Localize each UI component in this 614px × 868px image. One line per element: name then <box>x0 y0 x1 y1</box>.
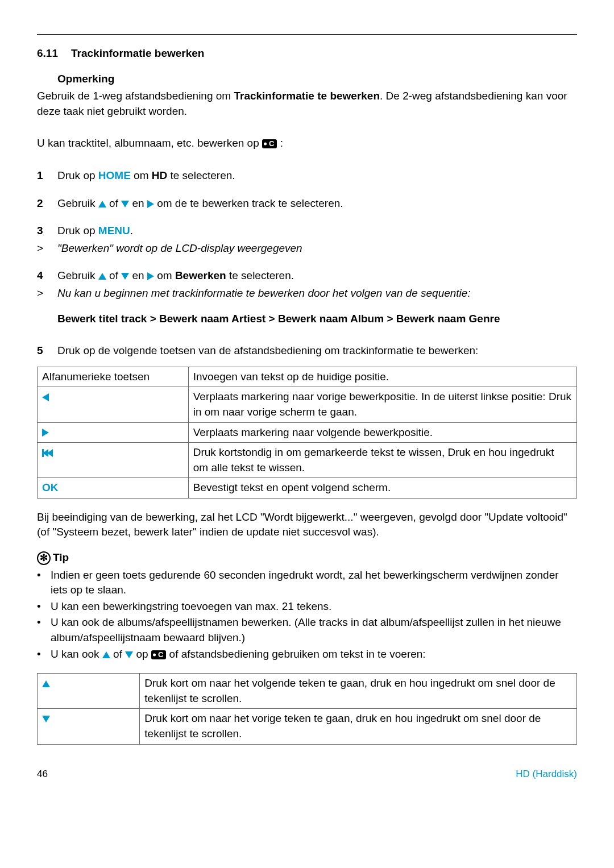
up-arrow-icon <box>102 651 110 658</box>
tip-heading: ✻Tip <box>37 550 577 566</box>
tips-list: •Indien er geen toets gedurende 60 secon… <box>37 568 577 662</box>
up-arrow-icon <box>42 680 50 687</box>
step-4-of: of <box>106 269 121 281</box>
step-4-en: en <box>129 269 147 281</box>
step-4: 4 Gebruik of en om Bewerken te selectere… <box>37 268 577 284</box>
page-number: 46 <box>37 767 48 781</box>
intro-colon: : <box>280 137 283 149</box>
table-1-r2c1 <box>38 387 189 422</box>
list-item: •Indien er geen toets gedurende 60 secon… <box>37 568 577 598</box>
top-rule <box>37 34 577 35</box>
right-arrow-icon <box>42 429 49 437</box>
char-entry-table: Druk kort om naar het volgende teken te … <box>37 673 577 744</box>
section-heading: 6.11Trackinformatie bewerken <box>37 46 577 61</box>
tip-4-op: op <box>133 648 151 660</box>
bewerken-bold: Bewerken <box>175 269 226 281</box>
step-2-post: om de te bewerken track te selecteren. <box>154 197 343 209</box>
section-number: 6.11 <box>37 46 71 61</box>
step-4-pre: Gebruik <box>57 269 98 281</box>
table-1-r3c2: Verplaats markering naar volgende bewerk… <box>188 422 576 443</box>
up-arrow-icon <box>98 201 106 207</box>
center-badge-icon: C <box>151 650 166 659</box>
editing-keys-table: Alfanumerieke toetsen Invoegen van tekst… <box>37 367 577 499</box>
down-arrow-icon <box>121 201 129 207</box>
step-1-post: te selecteren. <box>167 169 235 181</box>
step-2: 2 Gebruik of en om de te bewerken track … <box>37 196 577 211</box>
intro-text: U kan tracktitel, albumnaam, etc. bewerk… <box>37 137 262 149</box>
step-4-post: te selecteren. <box>226 269 294 281</box>
tip-icon: ✻ <box>37 551 51 565</box>
step-4-text: Gebruik of en om Bewerken te selecteren. <box>57 268 577 284</box>
down-arrow-icon <box>42 716 50 722</box>
table-2-r2c1 <box>38 709 140 744</box>
after-table-paragraph: Bij beeindiging van de bewerking, zal he… <box>37 510 577 540</box>
tip-4: U kan ook of op C of afstandsbediening g… <box>51 647 577 662</box>
intro-line: U kan tracktitel, albumnaam, etc. bewerk… <box>37 136 577 151</box>
table-1-r1c2: Invoegen van tekst op de huidige positie… <box>188 367 576 387</box>
step-1-text: Druk op HOME om HD te selecteren. <box>57 168 577 184</box>
list-item: • U kan ook of op C of afstandsbediening… <box>37 647 577 662</box>
step-2-pre: Gebruik <box>57 197 98 209</box>
tip-label: Tip <box>53 551 69 563</box>
step-2-text: Gebruik of en om de te bewerken track te… <box>57 196 577 211</box>
table-row: Druk kort om naar het volgende teken te … <box>38 674 577 709</box>
table-1-r4c1 <box>38 443 189 478</box>
step-3-result-text: "Bewerken" wordt op de LCD-display weerg… <box>57 241 302 256</box>
page-footer: 46 HD (Harddisk) <box>37 767 577 781</box>
up-arrow-icon <box>98 273 106 280</box>
step-1-mid: om <box>131 169 152 181</box>
tip-3: U kan ook de albums/afspeellijstnamen be… <box>51 615 577 645</box>
table-1-r4c2: Druk kortstondig in om gemarkeerde tekst… <box>188 443 576 478</box>
step-2-of: of <box>106 197 121 209</box>
step-5: 5 Druk op de volgende toetsen van de afs… <box>37 343 577 359</box>
tip-4-pre: U kan ook <box>51 648 102 660</box>
step-4-result-text: Nu kan u beginnen met trackinformatie te… <box>57 286 471 301</box>
left-arrow-icon <box>42 393 49 401</box>
step-5-num: 5 <box>37 343 57 359</box>
tip-4-post: of afstandsbediening gebruiken om tekst … <box>166 648 425 660</box>
right-arrow-icon <box>147 272 154 280</box>
center-badge-icon: C <box>262 139 277 148</box>
table-row: Druk kort om naar het vorige teken te ga… <box>38 709 577 744</box>
home-key: HOME <box>98 169 131 181</box>
tip-2: U kan een bewerkingstring toevoegen van … <box>51 599 577 614</box>
right-arrow-icon <box>147 200 154 208</box>
table-row: Verplaats markering naar volgende bewerk… <box>38 422 577 443</box>
result-marker: > <box>37 286 57 301</box>
list-item: •U kan een bewerkingstring toevoegen van… <box>37 599 577 614</box>
note-paragraph: Gebruik de 1-weg afstandsbediening om Tr… <box>37 89 577 119</box>
step-1: 1 Druk op HOME om HD te selecteren. <box>37 168 577 184</box>
menu-key: MENU <box>98 225 130 236</box>
note-pre: Gebruik de 1-weg afstandsbediening om <box>37 90 234 102</box>
table-row: Druk kortstondig in om gemarkeerde tekst… <box>38 443 577 478</box>
table-2-r1c2: Druk kort om naar het volgende teken te … <box>140 674 577 709</box>
step-2-en: en <box>129 197 147 209</box>
ok-icon: OK <box>42 481 59 493</box>
step-4-num: 4 <box>37 268 57 284</box>
table-2-r2c2: Druk kort om naar het vorige teken te ga… <box>140 709 577 744</box>
tip-4-of: of <box>110 648 125 660</box>
result-marker: > <box>37 241 57 256</box>
table-1-r5c1: OK <box>38 478 189 499</box>
table-row: OK Bevestigt tekst en opent volgend sche… <box>38 478 577 499</box>
step-3: 3 Druk op MENU. <box>37 223 577 239</box>
step-4-mid: om <box>154 269 175 281</box>
step-3-pre: Druk op <box>57 225 98 236</box>
table-1-r1c1: Alfanumerieke toetsen <box>38 367 189 387</box>
prev-track-icon <box>42 449 53 457</box>
step-1-pre: Druk op <box>57 169 98 181</box>
list-item: •U kan ook de albums/afspeellijstnamen b… <box>37 615 577 645</box>
step-3-text: Druk op MENU. <box>57 223 577 239</box>
note-bold: Trackinformatie te bewerken <box>234 90 380 102</box>
hd-text: HD <box>152 169 167 181</box>
step-3-num: 3 <box>37 223 57 239</box>
down-arrow-icon <box>125 651 133 658</box>
section-title: Trackinformatie bewerken <box>71 47 204 59</box>
step-4-result: > Nu kan u beginnen met trackinformatie … <box>37 286 577 301</box>
table-row: Verplaats markering naar vorige bewerkpo… <box>38 387 577 422</box>
edit-sequence: Bewerk titel track > Bewerk naam Artiest… <box>57 312 577 327</box>
table-1-r5c2: Bevestigt tekst en opent volgend scherm. <box>188 478 576 499</box>
table-1-r2c2: Verplaats markering naar vorige bewerkpo… <box>188 387 576 422</box>
step-2-num: 2 <box>37 196 57 211</box>
step-3-post: . <box>130 225 133 236</box>
